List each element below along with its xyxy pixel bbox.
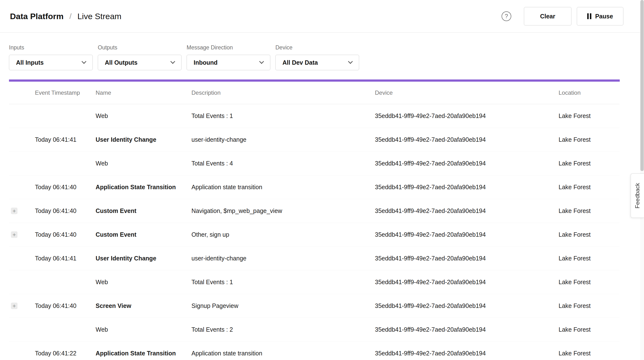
inputs-dropdown-value: All Inputs: [16, 59, 44, 66]
outputs-dropdown-value: All Outputs: [105, 59, 138, 66]
clear-button[interactable]: Clear: [524, 7, 572, 25]
filter-bar: Inputs All Inputs Outputs All Outputs Me…: [0, 44, 644, 70]
table-row[interactable]: + Today 06:41:41 User Identity Change us…: [9, 247, 620, 270]
table-row[interactable]: + Today 06:41:22 Application State Trans…: [9, 342, 620, 360]
event-description: Signup Pageview: [192, 302, 375, 309]
event-description: Total Events : 1: [192, 112, 375, 119]
filter-inputs-label: Inputs: [9, 44, 93, 51]
event-location: Lake Forest: [558, 302, 620, 309]
expand-plus-icon[interactable]: +: [11, 303, 18, 309]
event-table-body: + Web Total Events : 1 35eddb41-9ff9-49e…: [9, 104, 620, 360]
event-device: 35eddb41-9ff9-49e2-7aed-20afa90eb194: [375, 184, 558, 191]
table-row[interactable]: + Today 06:41:40 Application State Trans…: [9, 176, 620, 199]
event-timestamp: Today 06:41:22: [35, 350, 96, 357]
breadcrumb-separator: /: [70, 12, 72, 21]
page-title: Live Stream: [78, 12, 121, 21]
event-location: Lake Forest: [558, 112, 620, 119]
accent-bar: [9, 79, 620, 82]
event-description: Other, sign up: [192, 231, 375, 238]
expand-cell: +: [9, 208, 35, 214]
column-header-event-timestamp: Event Timestamp: [35, 89, 96, 96]
event-timestamp: Today 06:41:41: [35, 136, 96, 143]
event-name: Web: [96, 326, 192, 333]
event-location: Lake Forest: [558, 279, 620, 286]
table-header-row: Event Timestamp Name Description Device …: [9, 82, 620, 104]
event-description: Total Events : 4: [192, 160, 375, 167]
event-description: Navigation, $mp_web_page_view: [192, 207, 375, 214]
table-row[interactable]: + Today 06:41:40 Custom Event Navigation…: [9, 199, 620, 223]
event-device: 35eddb41-9ff9-49e2-7aed-20afa90eb194: [375, 350, 558, 357]
expand-plus-icon[interactable]: +: [11, 231, 18, 238]
event-device: 35eddb41-9ff9-49e2-7aed-20afa90eb194: [375, 231, 558, 238]
event-name: Application State Transition: [96, 350, 192, 357]
table-row[interactable]: + Today 06:41:41 User Identity Change us…: [9, 128, 620, 152]
table-row[interactable]: + Web Total Events : 2 35eddb41-9ff9-49e…: [9, 318, 620, 342]
event-description: Application state transition: [192, 184, 375, 191]
filter-device-label: Device: [276, 44, 359, 51]
event-name: Screen View: [96, 302, 192, 309]
column-header-location: Location: [558, 89, 620, 96]
table-row[interactable]: + Web Total Events : 1 35eddb41-9ff9-49e…: [9, 270, 620, 294]
event-location: Lake Forest: [558, 350, 620, 357]
event-device: 35eddb41-9ff9-49e2-7aed-20afa90eb194: [375, 255, 558, 262]
event-table: Event Timestamp Name Description Device …: [9, 82, 620, 360]
filter-message-direction-label: Message Direction: [186, 44, 270, 51]
help-icon[interactable]: ?: [502, 11, 511, 21]
filter-message-direction: Message Direction Inbound: [186, 44, 270, 70]
event-location: Lake Forest: [558, 207, 620, 214]
event-device: 35eddb41-9ff9-49e2-7aed-20afa90eb194: [375, 302, 558, 309]
chevron-down-icon: [348, 59, 353, 64]
chevron-down-icon: [259, 59, 264, 64]
feedback-tab[interactable]: Feedback: [631, 174, 644, 218]
event-timestamp: Today 06:41:40: [35, 184, 96, 191]
event-location: Lake Forest: [558, 136, 620, 143]
event-description: Total Events : 2: [192, 326, 375, 333]
inputs-dropdown[interactable]: All Inputs: [9, 55, 93, 70]
event-name: Custom Event: [96, 207, 192, 214]
filter-outputs-label: Outputs: [98, 44, 182, 51]
column-header-description: Description: [192, 89, 375, 96]
pause-button[interactable]: Pause: [577, 7, 623, 25]
event-name: Web: [96, 112, 192, 119]
filter-device: Device All Dev Data: [276, 44, 359, 70]
event-device: 35eddb41-9ff9-49e2-7aed-20afa90eb194: [375, 112, 558, 119]
table-row[interactable]: + Web Total Events : 4 35eddb41-9ff9-49e…: [9, 152, 620, 176]
event-description: user-identity-change: [192, 255, 375, 262]
event-timestamp: Today 06:41:40: [35, 231, 96, 238]
event-device: 35eddb41-9ff9-49e2-7aed-20afa90eb194: [375, 207, 558, 214]
event-device: 35eddb41-9ff9-49e2-7aed-20afa90eb194: [375, 326, 558, 333]
filter-outputs: Outputs All Outputs: [98, 44, 182, 70]
pause-icon: [587, 13, 591, 19]
device-dropdown[interactable]: All Dev Data: [276, 55, 359, 70]
event-timestamp: Today 06:41:40: [35, 302, 96, 309]
table-row[interactable]: + Today 06:41:40 Screen View Signup Page…: [9, 294, 620, 318]
outputs-dropdown[interactable]: All Outputs: [98, 55, 182, 70]
table-row[interactable]: + Web Total Events : 1 35eddb41-9ff9-49e…: [9, 104, 620, 128]
event-name: Application State Transition: [96, 184, 192, 191]
event-timestamp: Today 06:41:41: [35, 255, 96, 262]
event-device: 35eddb41-9ff9-49e2-7aed-20afa90eb194: [375, 160, 558, 167]
table-row[interactable]: + Today 06:41:40 Custom Event Other, sig…: [9, 223, 620, 247]
event-device: 35eddb41-9ff9-49e2-7aed-20afa90eb194: [375, 279, 558, 286]
scrollbar-thumb[interactable]: [640, 0, 644, 171]
event-location: Lake Forest: [558, 160, 620, 167]
column-header-device: Device: [375, 89, 558, 96]
event-name: User Identity Change: [96, 255, 192, 262]
expand-plus-icon[interactable]: +: [11, 208, 18, 214]
event-timestamp: Today 06:41:40: [35, 207, 96, 214]
message-direction-dropdown[interactable]: Inbound: [186, 55, 270, 70]
expand-cell: +: [9, 231, 35, 238]
event-location: Lake Forest: [558, 184, 620, 191]
pause-button-label: Pause: [595, 13, 613, 20]
event-location: Lake Forest: [558, 326, 620, 333]
column-header-name: Name: [96, 89, 192, 96]
chevron-down-icon: [82, 59, 86, 64]
chevron-down-icon: [170, 59, 175, 64]
event-location: Lake Forest: [558, 231, 620, 238]
breadcrumb[interactable]: Data Platform: [10, 12, 64, 21]
event-description: Total Events : 1: [192, 279, 375, 286]
event-name: Web: [96, 279, 192, 286]
message-direction-dropdown-value: Inbound: [194, 59, 218, 66]
event-name: Custom Event: [96, 231, 192, 238]
event-description: Application state transition: [192, 350, 375, 357]
